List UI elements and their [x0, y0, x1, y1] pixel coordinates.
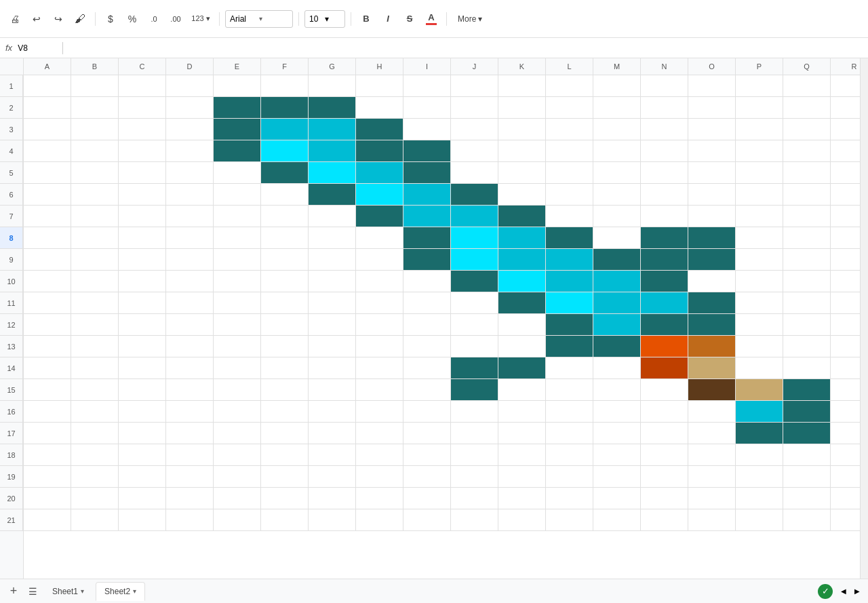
- cell-O14[interactable]: [688, 357, 736, 379]
- cell-R18[interactable]: [831, 444, 860, 466]
- cell-E10[interactable]: [214, 271, 261, 292]
- cell-H10[interactable]: [356, 271, 403, 292]
- row-header-2[interactable]: 2: [0, 97, 23, 119]
- cell-O10[interactable]: [688, 271, 736, 292]
- cell-B21[interactable]: [71, 509, 119, 531]
- cell-F17[interactable]: [261, 423, 309, 444]
- cell-N14[interactable]: [641, 357, 688, 379]
- cell-B11[interactable]: [71, 292, 119, 314]
- cell-N10[interactable]: [641, 271, 688, 292]
- row-header-7[interactable]: 7: [0, 206, 23, 227]
- cell-I1[interactable]: [403, 75, 451, 97]
- cell-B8[interactable]: [71, 227, 119, 249]
- cell-E1[interactable]: [214, 75, 261, 97]
- cell-B12[interactable]: [71, 314, 119, 336]
- cell-P3[interactable]: [736, 119, 783, 140]
- row-header-10[interactable]: 10: [0, 271, 23, 292]
- cell-F4[interactable]: [261, 140, 309, 162]
- more-button[interactable]: More ▾: [452, 9, 488, 28]
- cell-R11[interactable]: [831, 292, 860, 314]
- cell-A8[interactable]: [24, 227, 71, 249]
- cell-N5[interactable]: [641, 162, 688, 184]
- col-header-I[interactable]: I: [403, 58, 451, 75]
- cell-A17[interactable]: [24, 423, 71, 444]
- cell-J6[interactable]: [451, 184, 498, 206]
- cell-P20[interactable]: [736, 488, 783, 509]
- cell-Q10[interactable]: [783, 271, 831, 292]
- cell-B4[interactable]: [71, 140, 119, 162]
- cell-P12[interactable]: [736, 314, 783, 336]
- cell-J13[interactable]: [451, 336, 498, 357]
- cell-A21[interactable]: [24, 509, 71, 531]
- cell-M1[interactable]: [593, 75, 641, 97]
- col-header-O[interactable]: O: [688, 58, 736, 75]
- sheet-tab-sheet1[interactable]: Sheet1 ▾: [43, 582, 93, 601]
- cell-O16[interactable]: [688, 401, 736, 423]
- cell-D18[interactable]: [166, 444, 214, 466]
- cell-M7[interactable]: [593, 206, 641, 227]
- cell-A19[interactable]: [24, 466, 71, 488]
- cell-H16[interactable]: [356, 401, 403, 423]
- cell-H12[interactable]: [356, 314, 403, 336]
- cell-Q16[interactable]: [783, 401, 831, 423]
- cell-Q6[interactable]: [783, 184, 831, 206]
- cell-J5[interactable]: [451, 162, 498, 184]
- cell-F18[interactable]: [261, 444, 309, 466]
- cell-G14[interactable]: [309, 357, 356, 379]
- cell-L19[interactable]: [546, 466, 593, 488]
- cell-P8[interactable]: [736, 227, 783, 249]
- cell-E19[interactable]: [214, 466, 261, 488]
- cell-M4[interactable]: [593, 140, 641, 162]
- cell-G5[interactable]: [309, 162, 356, 184]
- cell-O19[interactable]: [688, 466, 736, 488]
- cell-M10[interactable]: [593, 271, 641, 292]
- cell-B14[interactable]: [71, 357, 119, 379]
- cell-P19[interactable]: [736, 466, 783, 488]
- col-header-E[interactable]: E: [214, 58, 261, 75]
- cell-L9[interactable]: [546, 249, 593, 271]
- decimal-decrease-button[interactable]: .0: [144, 9, 163, 28]
- cell-J14[interactable]: [451, 357, 498, 379]
- cell-D1[interactable]: [166, 75, 214, 97]
- cell-J2[interactable]: [451, 97, 498, 119]
- cell-Q3[interactable]: [783, 119, 831, 140]
- cell-P9[interactable]: [736, 249, 783, 271]
- cell-J10[interactable]: [451, 271, 498, 292]
- cell-L2[interactable]: [546, 97, 593, 119]
- cell-R16[interactable]: [831, 401, 860, 423]
- cell-A13[interactable]: [24, 336, 71, 357]
- cell-C13[interactable]: [119, 336, 166, 357]
- cell-F13[interactable]: [261, 336, 309, 357]
- cell-F7[interactable]: [261, 206, 309, 227]
- cell-L3[interactable]: [546, 119, 593, 140]
- cell-C5[interactable]: [119, 162, 166, 184]
- row-header-20[interactable]: 20: [0, 488, 23, 509]
- cell-R5[interactable]: [831, 162, 860, 184]
- cell-F2[interactable]: [261, 97, 309, 119]
- undo-button[interactable]: ↩: [27, 9, 46, 28]
- cell-H18[interactable]: [356, 444, 403, 466]
- cell-A16[interactable]: [24, 401, 71, 423]
- cell-J4[interactable]: [451, 140, 498, 162]
- row-header-9[interactable]: 9: [0, 249, 23, 271]
- cell-F21[interactable]: [261, 509, 309, 531]
- cell-O20[interactable]: [688, 488, 736, 509]
- font-selector[interactable]: Arial ▾: [225, 10, 293, 28]
- row-header-12[interactable]: 12: [0, 314, 23, 336]
- cell-H17[interactable]: [356, 423, 403, 444]
- cell-A3[interactable]: [24, 119, 71, 140]
- cell-I12[interactable]: [403, 314, 451, 336]
- cell-R1[interactable]: [831, 75, 860, 97]
- cell-M19[interactable]: [593, 466, 641, 488]
- cell-H7[interactable]: [356, 206, 403, 227]
- cell-N20[interactable]: [641, 488, 688, 509]
- cell-E11[interactable]: [214, 292, 261, 314]
- cell-P13[interactable]: [736, 336, 783, 357]
- cell-C7[interactable]: [119, 206, 166, 227]
- col-header-F[interactable]: F: [261, 58, 309, 75]
- cell-O11[interactable]: [688, 292, 736, 314]
- cell-J17[interactable]: [451, 423, 498, 444]
- row-header-8[interactable]: 8: [0, 227, 23, 249]
- cell-B1[interactable]: [71, 75, 119, 97]
- cell-C1[interactable]: [119, 75, 166, 97]
